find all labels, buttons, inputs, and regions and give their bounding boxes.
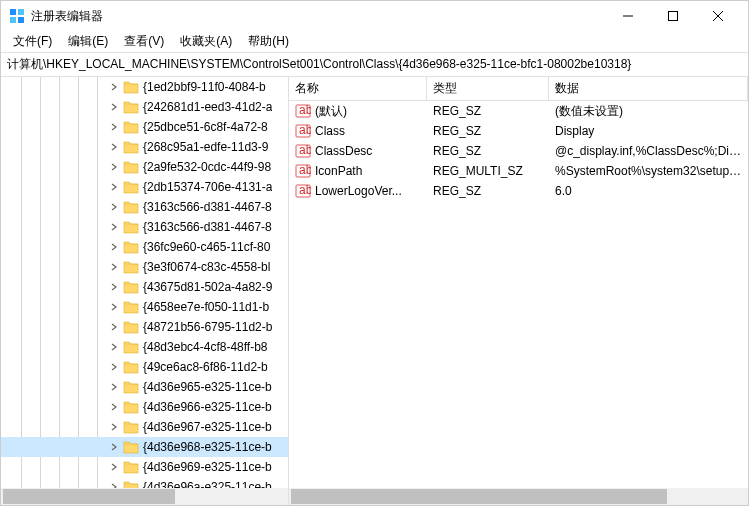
- menu-edit[interactable]: 编辑(E): [60, 31, 116, 52]
- tree-pane: {1ed2bbf9-11f0-4084-b{242681d1-eed3-41d2…: [1, 77, 289, 505]
- expand-icon[interactable]: [107, 280, 121, 294]
- cell-name: abClass: [289, 123, 427, 139]
- cell-data: (数值未设置): [549, 103, 748, 120]
- expand-icon[interactable]: [107, 240, 121, 254]
- menu-file[interactable]: 文件(F): [5, 31, 60, 52]
- expand-icon[interactable]: [107, 80, 121, 94]
- tree-item[interactable]: {4d36e965-e325-11ce-b: [1, 377, 288, 397]
- cell-type: REG_SZ: [427, 104, 549, 118]
- expand-icon[interactable]: [107, 460, 121, 474]
- tree-item[interactable]: {1ed2bbf9-11f0-4084-b: [1, 77, 288, 97]
- tree-item-label: {268c95a1-edfe-11d3-9: [143, 140, 268, 154]
- folder-icon: [123, 260, 139, 274]
- cell-data: 6.0: [549, 184, 748, 198]
- folder-icon: [123, 320, 139, 334]
- address-bar[interactable]: 计算机\HKEY_LOCAL_MACHINE\SYSTEM\ControlSet…: [1, 53, 748, 77]
- folder-icon: [123, 360, 139, 374]
- string-value-icon: ab: [295, 163, 311, 179]
- minimize-button[interactable]: [605, 1, 650, 31]
- folder-icon: [123, 220, 139, 234]
- list-row[interactable]: abLowerLogoVer...REG_SZ6.0: [289, 181, 748, 201]
- expand-icon[interactable]: [107, 220, 121, 234]
- svg-text:ab: ab: [299, 163, 311, 177]
- tree-item[interactable]: {4d36e967-e325-11ce-b: [1, 417, 288, 437]
- close-button[interactable]: [695, 1, 740, 31]
- tree-body[interactable]: {1ed2bbf9-11f0-4084-b{242681d1-eed3-41d2…: [1, 77, 288, 488]
- tree-item[interactable]: {242681d1-eed3-41d2-a: [1, 97, 288, 117]
- svg-text:ab: ab: [299, 123, 311, 137]
- list-pane: 名称 类型 数据 ab(默认)REG_SZ(数值未设置)abClassREG_S…: [289, 77, 748, 505]
- svg-text:ab: ab: [299, 143, 311, 157]
- tree-item[interactable]: {4d36e966-e325-11ce-b: [1, 397, 288, 417]
- expand-icon[interactable]: [107, 260, 121, 274]
- expand-icon[interactable]: [107, 160, 121, 174]
- menu-view[interactable]: 查看(V): [116, 31, 172, 52]
- expand-icon[interactable]: [107, 180, 121, 194]
- tree-item[interactable]: {4d36e96a-e325-11ce-b: [1, 477, 288, 488]
- cell-name: ab(默认): [289, 103, 427, 120]
- svg-rect-2: [10, 17, 16, 23]
- window-controls: [605, 1, 740, 31]
- tree-item-label: {4d36e965-e325-11ce-b: [143, 380, 272, 394]
- tree-item-label: {3163c566-d381-4467-8: [143, 200, 272, 214]
- expand-icon[interactable]: [107, 420, 121, 434]
- tree-item[interactable]: {48d3ebc4-4cf8-48ff-b8: [1, 337, 288, 357]
- folder-icon: [123, 180, 139, 194]
- tree-item[interactable]: {268c95a1-edfe-11d3-9: [1, 137, 288, 157]
- tree-item[interactable]: {3163c566-d381-4467-8: [1, 217, 288, 237]
- tree-item[interactable]: {36fc9e60-c465-11cf-80: [1, 237, 288, 257]
- list-row[interactable]: abClassDescREG_SZ@c_display.inf,%ClassDe…: [289, 141, 748, 161]
- expand-icon[interactable]: [107, 100, 121, 114]
- tree-item[interactable]: {4658ee7e-f050-11d1-b: [1, 297, 288, 317]
- folder-icon: [123, 400, 139, 414]
- cell-type: REG_SZ: [427, 124, 549, 138]
- folder-icon: [123, 100, 139, 114]
- expand-icon[interactable]: [107, 380, 121, 394]
- tree-item[interactable]: {49ce6ac8-6f86-11d2-b: [1, 357, 288, 377]
- tree-item[interactable]: {2a9fe532-0cdc-44f9-98: [1, 157, 288, 177]
- tree-item[interactable]: {3e3f0674-c83c-4558-bl: [1, 257, 288, 277]
- list-row[interactable]: abClassREG_SZDisplay: [289, 121, 748, 141]
- tree-h-scrollbar[interactable]: [1, 488, 288, 505]
- tree-item-label: {1ed2bbf9-11f0-4084-b: [143, 80, 266, 94]
- expand-icon[interactable]: [107, 480, 121, 488]
- tree-item[interactable]: {48721b56-6795-11d2-b: [1, 317, 288, 337]
- col-header-name[interactable]: 名称: [289, 77, 427, 100]
- tree-item[interactable]: {25dbce51-6c8f-4a72-8: [1, 117, 288, 137]
- tree-item[interactable]: {3163c566-d381-4467-8: [1, 197, 288, 217]
- expand-icon[interactable]: [107, 360, 121, 374]
- tree-item-label: {4d36e969-e325-11ce-b: [143, 460, 272, 474]
- menu-help[interactable]: 帮助(H): [240, 31, 297, 52]
- menu-favorites[interactable]: 收藏夹(A): [172, 31, 240, 52]
- col-header-type[interactable]: 类型: [427, 77, 549, 100]
- content-area: {1ed2bbf9-11f0-4084-b{242681d1-eed3-41d2…: [1, 77, 748, 505]
- tree-item[interactable]: {2db15374-706e-4131-a: [1, 177, 288, 197]
- expand-icon[interactable]: [107, 200, 121, 214]
- tree-item-label: {2a9fe532-0cdc-44f9-98: [143, 160, 271, 174]
- folder-icon: [123, 340, 139, 354]
- folder-icon: [123, 200, 139, 214]
- tree-item[interactable]: {4d36e968-e325-11ce-b: [1, 437, 288, 457]
- col-header-data[interactable]: 数据: [549, 77, 748, 100]
- expand-icon[interactable]: [107, 140, 121, 154]
- expand-icon[interactable]: [107, 400, 121, 414]
- tree-item-label: {4d36e96a-e325-11ce-b: [143, 480, 272, 488]
- expand-icon[interactable]: [107, 120, 121, 134]
- cell-data: @c_display.inf,%ClassDesc%;Displa: [549, 144, 748, 158]
- folder-icon: [123, 380, 139, 394]
- list-h-scrollbar[interactable]: [289, 488, 748, 505]
- maximize-button[interactable]: [650, 1, 695, 31]
- expand-icon[interactable]: [107, 300, 121, 314]
- expand-icon[interactable]: [107, 340, 121, 354]
- scrollbar-thumb[interactable]: [3, 489, 175, 504]
- tree-item[interactable]: {4d36e969-e325-11ce-b: [1, 457, 288, 477]
- list-row[interactable]: abIconPathREG_MULTI_SZ%SystemRoot%\syste…: [289, 161, 748, 181]
- list-row[interactable]: ab(默认)REG_SZ(数值未设置): [289, 101, 748, 121]
- list-body[interactable]: ab(默认)REG_SZ(数值未设置)abClassREG_SZDisplaya…: [289, 101, 748, 488]
- string-value-icon: ab: [295, 123, 311, 139]
- scrollbar-thumb[interactable]: [291, 489, 667, 504]
- expand-icon[interactable]: [107, 320, 121, 334]
- string-value-icon: ab: [295, 143, 311, 159]
- expand-icon[interactable]: [107, 440, 121, 454]
- tree-item[interactable]: {43675d81-502a-4a82-9: [1, 277, 288, 297]
